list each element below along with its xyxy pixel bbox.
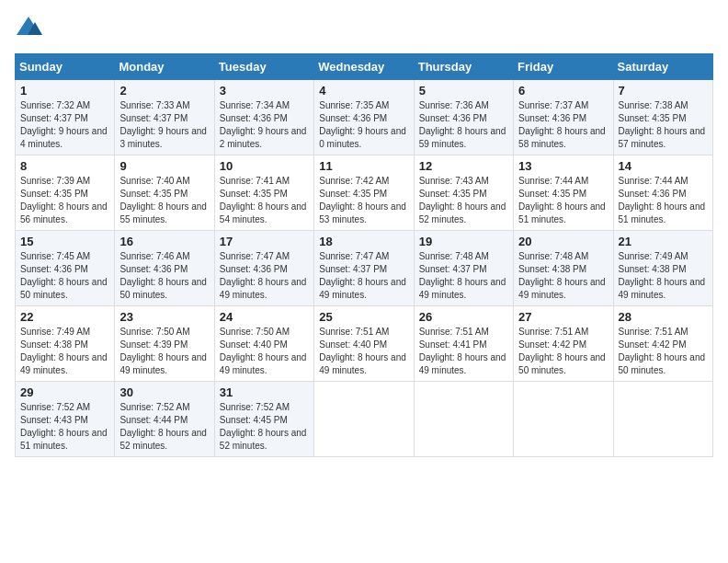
calendar-cell: 28Sunrise: 7:51 AMSunset: 4:42 PMDayligh…	[613, 306, 712, 382]
cell-info: Sunrise: 7:36 AMSunset: 4:36 PMDaylight:…	[419, 100, 506, 149]
calendar-cell: 26Sunrise: 7:51 AMSunset: 4:41 PMDayligh…	[414, 306, 513, 382]
calendar-cell: 7Sunrise: 7:38 AMSunset: 4:35 PMDaylight…	[613, 80, 712, 155]
calendar-cell: 14Sunrise: 7:44 AMSunset: 4:36 PMDayligh…	[613, 155, 712, 231]
cell-info: Sunrise: 7:48 AMSunset: 4:37 PMDaylight:…	[419, 251, 506, 300]
day-number: 1	[20, 84, 109, 98]
calendar-cell: 30Sunrise: 7:52 AMSunset: 4:44 PMDayligh…	[115, 382, 214, 457]
day-number: 25	[319, 310, 408, 324]
day-number: 2	[119, 84, 209, 98]
day-number: 22	[20, 310, 109, 324]
cell-info: Sunrise: 7:44 AMSunset: 4:36 PMDaylight:…	[619, 176, 706, 224]
calendar-cell: 22Sunrise: 7:49 AMSunset: 4:38 PMDayligh…	[16, 306, 115, 382]
calendar-cell: 6Sunrise: 7:37 AMSunset: 4:36 PMDaylight…	[514, 80, 613, 155]
calendar-cell: 5Sunrise: 7:36 AMSunset: 4:36 PMDaylight…	[414, 80, 513, 155]
calendar-cell: 8Sunrise: 7:39 AMSunset: 4:35 PMDaylight…	[16, 155, 115, 231]
day-number: 21	[619, 235, 708, 248]
header-monday: Monday	[115, 54, 214, 80]
calendar-cell: 24Sunrise: 7:50 AMSunset: 4:40 PMDayligh…	[214, 306, 313, 382]
day-number: 28	[619, 310, 708, 324]
cell-info: Sunrise: 7:47 AMSunset: 4:36 PMDaylight:…	[220, 251, 307, 300]
day-number: 17	[220, 235, 309, 248]
cell-info: Sunrise: 7:42 AMSunset: 4:35 PMDaylight:…	[319, 176, 406, 224]
calendar-cell	[514, 382, 613, 457]
day-number: 5	[419, 84, 508, 98]
cell-info: Sunrise: 7:41 AMSunset: 4:35 PMDaylight:…	[220, 176, 307, 224]
day-number: 3	[220, 84, 309, 98]
cell-info: Sunrise: 7:51 AMSunset: 4:41 PMDaylight:…	[419, 327, 506, 375]
page-header	[15, 15, 713, 42]
cell-info: Sunrise: 7:40 AMSunset: 4:35 PMDaylight:…	[119, 176, 207, 224]
day-number: 30	[119, 385, 209, 399]
cell-info: Sunrise: 7:50 AMSunset: 4:39 PMDaylight:…	[119, 327, 207, 375]
calendar-cell: 27Sunrise: 7:51 AMSunset: 4:42 PMDayligh…	[514, 306, 613, 382]
cell-info: Sunrise: 7:51 AMSunset: 4:40 PMDaylight:…	[319, 327, 406, 375]
calendar-cell: 16Sunrise: 7:46 AMSunset: 4:36 PMDayligh…	[115, 231, 214, 306]
calendar-cell	[414, 382, 513, 457]
day-number: 31	[220, 385, 309, 399]
cell-info: Sunrise: 7:35 AMSunset: 4:36 PMDaylight:…	[319, 100, 406, 149]
day-number: 6	[518, 84, 608, 98]
cell-info: Sunrise: 7:34 AMSunset: 4:36 PMDaylight:…	[220, 100, 307, 149]
calendar-week-row: 22Sunrise: 7:49 AMSunset: 4:38 PMDayligh…	[16, 306, 713, 382]
header-wednesday: Wednesday	[314, 54, 414, 80]
cell-info: Sunrise: 7:44 AMSunset: 4:35 PMDaylight:…	[518, 176, 606, 224]
day-number: 4	[319, 84, 408, 98]
logo-icon	[15, 15, 42, 42]
calendar-cell: 21Sunrise: 7:49 AMSunset: 4:38 PMDayligh…	[613, 231, 712, 306]
calendar-table: SundayMondayTuesdayWednesdayThursdayFrid…	[15, 53, 713, 457]
calendar-cell: 25Sunrise: 7:51 AMSunset: 4:40 PMDayligh…	[314, 306, 414, 382]
day-number: 20	[518, 235, 608, 248]
calendar-cell: 15Sunrise: 7:45 AMSunset: 4:36 PMDayligh…	[16, 231, 115, 306]
cell-info: Sunrise: 7:46 AMSunset: 4:36 PMDaylight:…	[119, 251, 207, 300]
day-number: 26	[419, 310, 508, 324]
cell-info: Sunrise: 7:43 AMSunset: 4:35 PMDaylight:…	[419, 176, 506, 224]
cell-info: Sunrise: 7:45 AMSunset: 4:36 PMDaylight:…	[20, 251, 108, 300]
logo	[15, 15, 46, 42]
calendar-cell: 18Sunrise: 7:47 AMSunset: 4:37 PMDayligh…	[314, 231, 414, 306]
cell-info: Sunrise: 7:52 AMSunset: 4:44 PMDaylight:…	[119, 402, 207, 451]
cell-info: Sunrise: 7:52 AMSunset: 4:45 PMDaylight:…	[220, 402, 307, 451]
day-number: 19	[419, 235, 508, 248]
calendar-cell	[314, 382, 414, 457]
cell-info: Sunrise: 7:51 AMSunset: 4:42 PMDaylight:…	[619, 327, 706, 375]
calendar-header-row: SundayMondayTuesdayWednesdayThursdayFrid…	[16, 54, 713, 80]
calendar-cell: 11Sunrise: 7:42 AMSunset: 4:35 PMDayligh…	[314, 155, 414, 231]
calendar-cell: 9Sunrise: 7:40 AMSunset: 4:35 PMDaylight…	[115, 155, 214, 231]
cell-info: Sunrise: 7:38 AMSunset: 4:35 PMDaylight:…	[619, 100, 706, 149]
cell-info: Sunrise: 7:51 AMSunset: 4:42 PMDaylight:…	[518, 327, 606, 375]
cell-info: Sunrise: 7:49 AMSunset: 4:38 PMDaylight:…	[619, 251, 706, 300]
header-saturday: Saturday	[613, 54, 712, 80]
day-number: 27	[518, 310, 608, 324]
day-number: 24	[220, 310, 309, 324]
day-number: 14	[619, 159, 708, 173]
calendar-cell: 29Sunrise: 7:52 AMSunset: 4:43 PMDayligh…	[16, 382, 115, 457]
header-sunday: Sunday	[16, 54, 115, 80]
calendar-cell: 31Sunrise: 7:52 AMSunset: 4:45 PMDayligh…	[214, 382, 313, 457]
day-number: 7	[619, 84, 708, 98]
cell-info: Sunrise: 7:49 AMSunset: 4:38 PMDaylight:…	[20, 327, 108, 375]
calendar-cell: 4Sunrise: 7:35 AMSunset: 4:36 PMDaylight…	[314, 80, 414, 155]
day-number: 16	[119, 235, 209, 248]
cell-info: Sunrise: 7:48 AMSunset: 4:38 PMDaylight:…	[518, 251, 606, 300]
header-tuesday: Tuesday	[214, 54, 313, 80]
day-number: 10	[220, 159, 309, 173]
header-friday: Friday	[514, 54, 613, 80]
calendar-week-row: 29Sunrise: 7:52 AMSunset: 4:43 PMDayligh…	[16, 382, 713, 457]
cell-info: Sunrise: 7:32 AMSunset: 4:37 PMDaylight:…	[20, 100, 108, 149]
calendar-cell: 20Sunrise: 7:48 AMSunset: 4:38 PMDayligh…	[514, 231, 613, 306]
cell-info: Sunrise: 7:52 AMSunset: 4:43 PMDaylight:…	[20, 402, 108, 451]
cell-info: Sunrise: 7:39 AMSunset: 4:35 PMDaylight:…	[20, 176, 108, 224]
day-number: 8	[20, 159, 109, 173]
header-thursday: Thursday	[414, 54, 513, 80]
cell-info: Sunrise: 7:50 AMSunset: 4:40 PMDaylight:…	[220, 327, 307, 375]
calendar-cell: 1Sunrise: 7:32 AMSunset: 4:37 PMDaylight…	[16, 80, 115, 155]
calendar-cell: 13Sunrise: 7:44 AMSunset: 4:35 PMDayligh…	[514, 155, 613, 231]
cell-info: Sunrise: 7:37 AMSunset: 4:36 PMDaylight:…	[518, 100, 606, 149]
calendar-cell: 23Sunrise: 7:50 AMSunset: 4:39 PMDayligh…	[115, 306, 214, 382]
calendar-cell: 2Sunrise: 7:33 AMSunset: 4:37 PMDaylight…	[115, 80, 214, 155]
calendar-week-row: 1Sunrise: 7:32 AMSunset: 4:37 PMDaylight…	[16, 80, 713, 155]
calendar-week-row: 15Sunrise: 7:45 AMSunset: 4:36 PMDayligh…	[16, 231, 713, 306]
day-number: 18	[319, 235, 408, 248]
day-number: 15	[20, 235, 109, 248]
calendar-cell: 10Sunrise: 7:41 AMSunset: 4:35 PMDayligh…	[214, 155, 313, 231]
